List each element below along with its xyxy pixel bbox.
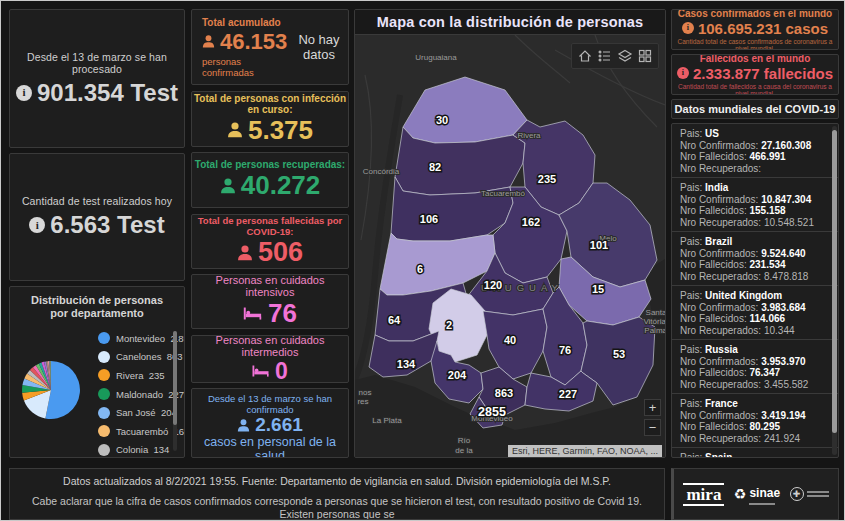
legend-item[interactable]: Montevideo 2.855 [98, 329, 185, 348]
world-deaths-title: Fallecidos en el mundo [700, 54, 811, 64]
basemap-gallery-icon[interactable] [637, 48, 653, 64]
department-count-label: 204 [448, 369, 467, 381]
person-icon [237, 419, 250, 432]
department-count-label: 134 [397, 358, 416, 370]
map-canvas[interactable]: UruguaianaConcórdiaRiveraTacuarembóMeloU… [355, 35, 665, 458]
map-titlebar: Mapa con la distribución de personas [355, 10, 665, 35]
legend-item[interactable]: Colonia 134 [98, 441, 185, 458]
sinae-logo: ♻ sinae [734, 483, 780, 505]
country-row: Pais: United KingdomNro Confirmados: 3.9… [672, 285, 838, 339]
zoom-in-button[interactable]: + [644, 399, 661, 416]
tests-processed-value: 901.354 Test [37, 79, 178, 107]
legend-swatch [98, 425, 110, 437]
world-confirmed-subtitle: Cantidad total de casos confirmados de c… [672, 38, 838, 51]
world-confirmed-title: Casos confirmados en el mundo [678, 9, 832, 19]
intermediate-panel: Personas en cuidados intermedios 0 [191, 335, 349, 383]
legend-item[interactable]: Tacuarembó 162 [98, 422, 185, 441]
world-list-header: Datos mundiales del COVID-19 [671, 99, 839, 119]
info-icon[interactable]: i [16, 85, 32, 101]
tests-today-panel: Cantidad de test realizados hoy i 6.563 … [9, 153, 185, 281]
map-place-label: res [357, 397, 368, 406]
tests-processed-panel: Desde el 13 de marzo se han procesado i … [9, 9, 185, 148]
world-confirmed-value: 106.695.231 casos [698, 20, 828, 37]
tests-today-value: 6.563 Test [50, 211, 164, 239]
department-count-label: 2855 [478, 405, 506, 419]
legend-swatch [98, 332, 110, 344]
intermediate-value: 0 [275, 358, 288, 384]
health-title: Desde el 13 de marzo se han confirmado [198, 393, 342, 415]
map-place-label: nos [359, 388, 372, 397]
legend-item[interactable]: San José 204 [98, 403, 185, 422]
accumulated-value: 46.153 [220, 29, 287, 55]
icu-title: Personas en cuidados intensivos [192, 274, 348, 298]
recycle-icon: ♻ [734, 486, 747, 502]
world-list-title: Datos mundiales del COVID-19 [675, 103, 836, 115]
health-value: 2.661 [255, 415, 303, 435]
health-sub: casos en personal de la salud [198, 435, 342, 458]
legend-scrollbar-thumb[interactable] [173, 331, 177, 425]
legend-item[interactable]: Maldonado 227 [98, 385, 185, 404]
covid-dashboard: Desde el 13 de marzo se han procesado i … [0, 0, 845, 521]
msp-logo: ✚ [790, 487, 829, 501]
department-count-label: 106 [420, 213, 438, 225]
map-toolbar [571, 43, 659, 69]
map-place-label: Tacuarembó [481, 189, 526, 198]
person-icon [237, 245, 253, 261]
icu-panel: Personas en cuidados intensivos 76 [191, 274, 349, 329]
accumulated-panel: Total acumulado 46.153 personas confirma… [191, 9, 349, 85]
department-count-label: 227 [559, 388, 577, 400]
info-icon[interactable]: i [677, 67, 689, 79]
deaths-panel: Total de personas fallecidas por COVID-1… [191, 214, 349, 269]
country-scrollbar[interactable] [832, 126, 837, 455]
department-count-label: 2 [446, 319, 452, 331]
map-place-label: Santa [646, 308, 665, 317]
map-place-label: Palmar [644, 326, 665, 335]
country-row: Pais: FranceNro Confirmados: 3.419.194Nr… [672, 393, 838, 447]
legend-scrollbar[interactable] [173, 331, 177, 451]
map-place-label: Plata [455, 456, 474, 458]
department-count-label: 162 [522, 216, 540, 228]
info-icon[interactable]: i [29, 217, 45, 233]
legend-swatch [98, 351, 110, 363]
intermediate-title: Personas en cuidados intermedios [192, 335, 348, 358]
info-icon[interactable]: i [682, 22, 694, 34]
pie-legend: Montevideo 2.855Canelones 863Rivera 235M… [98, 329, 185, 458]
legend-item[interactable]: Canelones 863 [98, 348, 185, 367]
accumulated-sub: personas confirmadas [202, 56, 290, 78]
department-count-label: 101 [590, 239, 608, 251]
icu-value: 76 [268, 298, 297, 329]
world-deaths-panel: Fallecidos en el mundo i 2.333.877 falle… [671, 54, 839, 95]
health-workers-panel: Desde el 13 de marzo se han confirmado 2… [191, 388, 349, 458]
msp-emblem-icon: ✚ [790, 487, 804, 501]
map-place-label: Concórdia [363, 167, 400, 176]
country-scrollbar-thumb[interactable] [832, 130, 837, 433]
world-country-panel: Pais: USNro Confirmados: 27.160.308Nro F… [671, 123, 839, 458]
country-row: Pais: IndiaNro Confirmados: 10.847.304Nr… [672, 177, 838, 231]
deaths-title: Total de personas fallecidas por COVID-1… [192, 215, 348, 237]
department-count-label: 82 [429, 161, 441, 173]
map-place-label: Vitória d [643, 317, 665, 326]
department-pie-chart[interactable] [20, 359, 82, 421]
layer-list-icon[interactable] [597, 48, 613, 64]
world-deaths-value: 2.333.877 fallecidos [693, 65, 833, 82]
footer-logos: mira ♻ sinae ✚ [671, 468, 839, 520]
country-row: Pais: USNro Confirmados: 27.160.308Nro F… [672, 124, 838, 177]
mira-logo: mira [683, 483, 724, 506]
world-confirmed-panel: Casos confirmados en el mundo i 106.695.… [671, 9, 839, 50]
active-cases-panel: Total de personas con infección en curso… [191, 91, 349, 147]
map-place-label: de la [455, 446, 473, 455]
legend-item[interactable]: Rivera 235 [98, 366, 185, 385]
department-count-label: 76 [559, 344, 571, 356]
person-icon [202, 35, 215, 48]
person-icon [227, 122, 243, 138]
active-title: Total de personas con infección en curso… [192, 93, 348, 115]
country-list[interactable]: Pais: USNro Confirmados: 27.160.308Nro F… [672, 124, 838, 457]
home-icon[interactable] [577, 48, 593, 64]
department-count-label: 6 [417, 263, 423, 275]
bed-icon [243, 307, 263, 320]
pie-title: Distribución de personas por departament… [10, 287, 184, 320]
map-panel: Mapa con la distribución de personas Uru… [354, 9, 666, 458]
department-count-label: 235 [538, 173, 556, 185]
zoom-out-button[interactable]: − [644, 419, 661, 436]
layers-icon[interactable] [617, 48, 633, 64]
